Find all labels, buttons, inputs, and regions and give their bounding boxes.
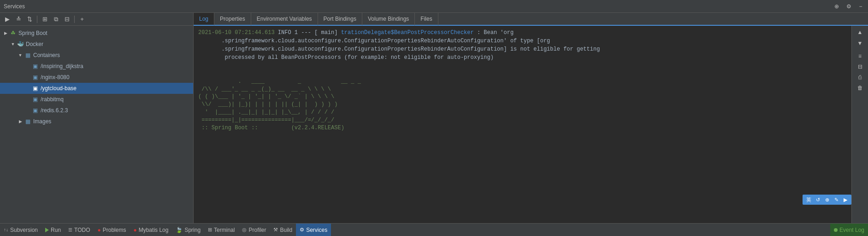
mybatis-label: Mybatis Log	[139, 227, 169, 233]
settings-icon[interactable]: ⚙	[845, 3, 852, 10]
add-service-button[interactable]: +	[77, 15, 87, 24]
status-services[interactable]: ⚙ Services	[296, 224, 331, 236]
todo-label: TODO	[74, 227, 90, 233]
mybatis-icon: ●	[133, 227, 136, 233]
ygtcloud-icon: ▣	[31, 85, 39, 92]
log-line-1: 2021-06-10 07:21:44.613 INFO 1 --- [ mai…	[198, 29, 847, 37]
spring-boot-label: Spring Boot	[18, 30, 47, 36]
inspiring-dijkstra-label: /inspiring_dijkstra	[41, 63, 83, 69]
redis-icon: ▣	[31, 107, 39, 114]
status-run[interactable]: Run	[41, 224, 65, 236]
status-spring[interactable]: 🍃 Spring	[172, 224, 204, 236]
status-todo[interactable]: ☰ TODO	[65, 224, 94, 236]
tab-files[interactable]: Files	[415, 13, 438, 25]
blue-btn-5[interactable]: ▶	[841, 196, 850, 204]
title-text: Services	[4, 3, 25, 10]
tab-port-bindings[interactable]: Port Bindings	[318, 13, 362, 25]
tree-item-spring-boot[interactable]: ▶ ☘ Spring Boot	[0, 28, 193, 39]
problems-label: Problems	[103, 227, 126, 233]
scroll-up-button[interactable]: ▲	[856, 28, 865, 37]
arrow-containers: ▼	[17, 52, 24, 59]
tab-env-vars[interactable]: Environment Variables	[251, 13, 318, 25]
ygtcloud-label: /ygtcloud-base	[41, 85, 77, 92]
minimize-icon[interactable]: −	[857, 3, 864, 10]
build-icon: ⚒	[273, 227, 278, 233]
tree-item-containers[interactable]: ▼ ▦ Containers	[0, 50, 193, 61]
tree-item-redis623[interactable]: ▣ /redis.6.2.3	[0, 105, 193, 116]
log-logger: trationDelegate$BeanPostProcessorChecker	[341, 29, 474, 36]
subversion-label: Subversion	[10, 227, 38, 233]
pin-button[interactable]: ⊟	[62, 15, 71, 24]
ascii-art: . ____ _ __ _ _ /\\ / ___'_ __ _ _(_)_ _…	[198, 70, 847, 139]
group-button[interactable]: ⊞	[40, 15, 49, 24]
blue-btn-1[interactable]: 英	[804, 196, 813, 204]
event-log-dot	[834, 228, 838, 232]
tabs-bar: Log Properties Environment Variables Por…	[194, 13, 868, 26]
status-mybatis[interactable]: ● Mybatis Log	[130, 224, 172, 236]
tab-volume-bindings[interactable]: Volume Bindings	[362, 13, 415, 25]
scroll-action-4[interactable]: 🗑	[856, 83, 865, 92]
tree-item-nginx-8080[interactable]: ▣ /nginx-8080	[0, 72, 193, 83]
run-label: Run	[51, 227, 61, 233]
blue-btn-4[interactable]: ✎	[832, 196, 840, 204]
toolbar-separator-1	[37, 16, 37, 23]
services-label: Services	[306, 227, 327, 233]
arrow-spring-boot: ▶	[2, 29, 9, 37]
arrow-inspiring	[24, 63, 31, 70]
status-problems[interactable]: ● Problems	[94, 224, 130, 236]
right-panel: Log Properties Environment Variables Por…	[194, 13, 868, 223]
tree-item-ygtcloud-base[interactable]: ▣ /ygtcloud-base	[0, 83, 193, 94]
tree-item-images[interactable]: ▶ ▦ Images	[0, 116, 193, 127]
log-line-2: .springframework.cloud.autoconfigure.Con…	[198, 37, 847, 45]
tab-log[interactable]: Log	[194, 13, 214, 26]
sort-up-button[interactable]: ≛	[14, 15, 23, 24]
redis-label: /redis.6.2.3	[41, 107, 68, 114]
tree-item-rabbitmq[interactable]: ▣ /rabbitmq	[0, 94, 193, 105]
event-log-label: Event Log	[839, 227, 864, 233]
arrow-redis	[24, 107, 31, 114]
scroll-action-3[interactable]: ⎙	[856, 73, 865, 82]
blue-action-bar: 英 ↺ ⊕ ✎ ▶	[803, 195, 851, 205]
scroll-action-1[interactable]: ≡	[856, 52, 865, 61]
nginx-label: /nginx-8080	[41, 74, 70, 81]
tab-properties[interactable]: Properties	[214, 13, 251, 25]
terminal-icon: ⊞	[208, 227, 212, 233]
tree-item-docker[interactable]: ▼ 🐳 Docker	[0, 39, 193, 50]
build-label: Build	[280, 227, 292, 233]
images-label: Images	[33, 118, 51, 125]
nginx-icon: ▣	[31, 74, 39, 81]
event-log-button[interactable]: Event Log	[830, 224, 868, 236]
right-scrollbar-panel: ▲ ▼ ≡ ⊟ ⎙ 🗑	[851, 26, 868, 223]
blue-btn-2[interactable]: ↺	[814, 196, 822, 204]
main-area: ▶ ≛ ⇅ ⊞ ⧉ ⊟ + ▶ ☘ Spring Boot ▼ 🐳 Docker	[0, 13, 868, 223]
scroll-action-2[interactable]: ⊟	[856, 62, 865, 71]
containers-icon: ▦	[24, 52, 31, 59]
blue-btn-3[interactable]: ⊕	[823, 196, 831, 204]
run-button[interactable]: ▶	[3, 15, 12, 24]
log-content[interactable]: 2021-06-10 07:21:44.613 INFO 1 --- [ mai…	[194, 26, 851, 223]
toolbar-separator-2	[74, 16, 75, 23]
tree-item-inspiring-dijkstra[interactable]: ▣ /inspiring_dijkstra	[0, 61, 193, 72]
inspiring-dijkstra-icon: ▣	[31, 63, 39, 70]
log-line-4: processed by all BeanPostProcessors (for…	[198, 53, 847, 62]
status-profiler[interactable]: ◎ Profiler	[238, 224, 270, 236]
add-icon[interactable]: ⊕	[833, 3, 840, 10]
sort-down-button[interactable]: ⇅	[25, 15, 34, 24]
status-right: Event Log	[830, 224, 868, 236]
status-build[interactable]: ⚒ Build	[270, 224, 296, 236]
arrow-ygtcloud	[24, 85, 31, 92]
tree-container[interactable]: ▶ ☘ Spring Boot ▼ 🐳 Docker ▼ ▦ Container…	[0, 26, 193, 223]
run-icon	[45, 228, 49, 232]
docker-icon: 🐳	[17, 40, 24, 48]
status-terminal[interactable]: ⊞ Terminal	[204, 224, 238, 236]
rabbitmq-label: /rabbitmq	[41, 96, 64, 103]
status-subversion[interactable]: ↑↓ Subversion	[0, 224, 41, 236]
spring-label: Spring	[184, 227, 201, 233]
arrow-rabbitmq	[24, 96, 31, 103]
log-timestamp: 2021-06-10 07:21:44.613	[198, 29, 275, 36]
scroll-down-button[interactable]: ▼	[856, 39, 865, 48]
arrow-images: ▶	[17, 118, 24, 125]
filter-button[interactable]: ⧉	[51, 15, 60, 24]
arrow-nginx	[24, 74, 31, 81]
problems-icon: ●	[98, 227, 101, 233]
